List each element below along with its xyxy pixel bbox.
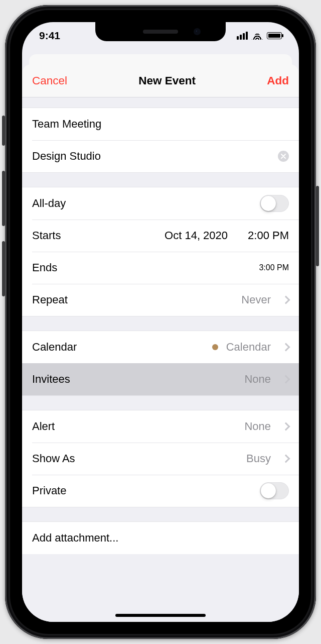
alert-label: Alert: [32, 420, 55, 433]
screen: 9:41 Cancel New Event Add: [22, 22, 299, 622]
clear-location-button[interactable]: [278, 151, 289, 162]
nav-bar: Cancel New Event Add: [22, 64, 299, 97]
alert-value: None: [244, 420, 271, 433]
event-location-value: Design Studio: [32, 150, 101, 163]
starts-row[interactable]: Starts Oct 14, 2020 2:00 PM: [22, 220, 299, 252]
xmark-icon: [281, 154, 286, 159]
showas-row[interactable]: Show As Busy: [22, 443, 299, 475]
toggle-knob: [261, 196, 276, 211]
ends-row[interactable]: Ends 3:00 PM: [22, 252, 299, 284]
allday-row: All-day: [22, 187, 299, 220]
volume-up: [2, 171, 5, 226]
ends-time: 3:00 PM: [259, 263, 289, 272]
private-toggle[interactable]: [260, 482, 289, 499]
nav-title: New Event: [138, 74, 196, 87]
chevron-right-icon: [282, 375, 290, 384]
mute-switch: [2, 116, 5, 146]
add-button[interactable]: Add: [267, 74, 289, 87]
event-location-field[interactable]: Design Studio: [22, 140, 299, 172]
allday-label: All-day: [32, 197, 66, 210]
starts-date: Oct 14, 2020: [165, 229, 228, 242]
device-frame: 9:41 Cancel New Event Add: [5, 5, 316, 639]
repeat-label: Repeat: [32, 293, 68, 306]
add-attachment-row[interactable]: Add attachment...: [22, 522, 299, 554]
modal-sheet: Cancel New Event Add Team Meeting Design…: [22, 64, 299, 622]
calendar-section: Calendar Calendar Invitees None: [22, 331, 299, 396]
calendar-color-dot: [212, 344, 218, 350]
event-title-value: Team Meeting: [32, 118, 289, 131]
starts-label: Starts: [32, 229, 61, 242]
private-label: Private: [32, 484, 66, 497]
chevron-right-icon: [282, 343, 290, 352]
ends-label: Ends: [32, 261, 57, 274]
chevron-right-icon: [282, 296, 290, 304]
allday-toggle[interactable]: [260, 195, 289, 212]
bezel: 9:41 Cancel New Event Add: [10, 10, 311, 634]
private-row: Private: [22, 475, 299, 507]
showas-label: Show As: [32, 452, 75, 465]
chevron-right-icon: [282, 422, 290, 431]
chevron-right-icon: [282, 455, 290, 463]
attachment-section: Add attachment...: [22, 521, 299, 554]
invitees-row[interactable]: Invitees None: [22, 363, 299, 395]
repeat-row[interactable]: Repeat Never: [22, 284, 299, 316]
calendar-label: Calendar: [32, 341, 77, 354]
basic-section: Team Meeting Design Studio: [22, 108, 299, 173]
calendar-row[interactable]: Calendar Calendar: [22, 331, 299, 363]
invitees-label: Invitees: [32, 373, 70, 386]
showas-value: Busy: [246, 452, 271, 465]
event-title-field[interactable]: Team Meeting: [22, 108, 299, 140]
cancel-button[interactable]: Cancel: [32, 74, 67, 87]
alert-row[interactable]: Alert None: [22, 410, 299, 443]
repeat-value: Never: [241, 293, 271, 306]
app: Cancel New Event Add Team Meeting Design…: [22, 22, 299, 622]
home-indicator[interactable]: [115, 614, 206, 617]
add-attachment-label: Add attachment...: [32, 531, 118, 545]
calendar-value: Calendar: [226, 341, 271, 354]
toggle-knob: [261, 483, 276, 498]
power-button: [316, 186, 319, 266]
starts-time: 2:00 PM: [248, 229, 289, 242]
invitees-value: None: [244, 373, 271, 386]
volume-down: [2, 241, 5, 296]
options-section: Alert None Show As Busy: [22, 410, 299, 507]
timing-section: All-day Starts Oct 14, 2020 2:00 PM Ends: [22, 187, 299, 316]
